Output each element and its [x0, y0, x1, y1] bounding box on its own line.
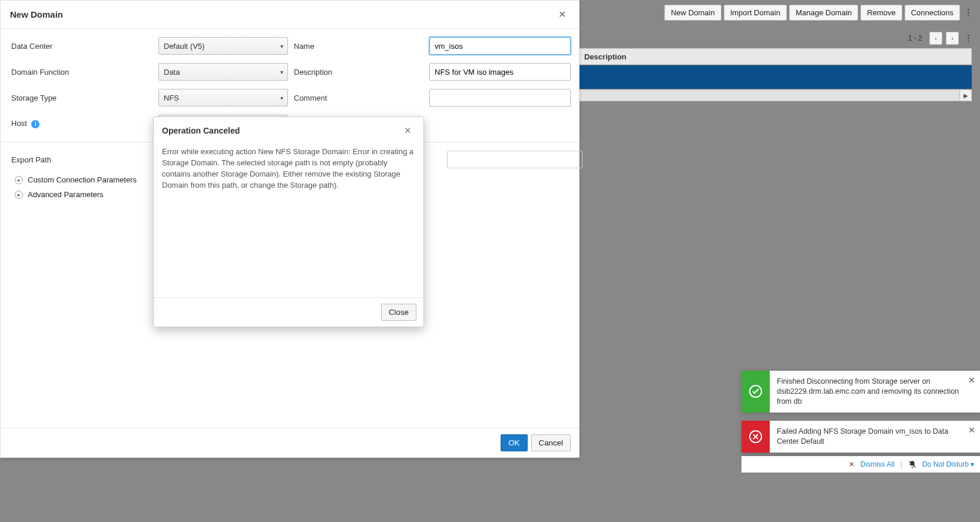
error-dialog-close-button[interactable]: Close: [381, 304, 416, 321]
data-center-value: Default (V5): [164, 42, 204, 51]
error-dialog-header: Operation Canceled ✕: [154, 117, 423, 144]
import-domain-button[interactable]: Import Domain: [724, 5, 787, 21]
toast-success-message: Finished Disconnecting from Storage serv…: [770, 371, 980, 413]
ok-button[interactable]: OK: [501, 434, 527, 451]
toast-error: Failed Adding NFS Storage Domain vm_isos…: [741, 421, 980, 453]
new-domain-button[interactable]: New Domain: [664, 5, 721, 21]
label-description: Description: [294, 68, 423, 77]
toolbar-overflow-menu[interactable]: [965, 9, 972, 16]
toast-action-bar: ✕ Dismiss All | Do Not Disturb ▾: [741, 456, 980, 473]
pager-overflow-menu[interactable]: [965, 35, 972, 42]
success-icon: [741, 371, 770, 413]
label-data-center: Data Center: [11, 42, 153, 51]
dialog-title: New Domain: [10, 9, 63, 19]
info-icon[interactable]: i: [31, 120, 39, 128]
dismiss-all-close-icon[interactable]: ✕: [849, 460, 855, 468]
grid-header: Description: [579, 48, 972, 65]
dialog-header: New Domain ✕: [1, 1, 579, 29]
connections-button[interactable]: Connections: [905, 5, 960, 21]
toast-error-message: Failed Adding NFS Storage Domain vm_isos…: [770, 421, 980, 453]
dialog-close-button[interactable]: ✕: [555, 8, 570, 21]
export-path-input[interactable]: [447, 151, 582, 168]
expand-right-icon: ▸: [15, 176, 23, 184]
domain-function-select[interactable]: Data ▾: [158, 63, 288, 81]
separator: |: [900, 460, 902, 468]
bell-off-icon: [908, 460, 916, 468]
toast-success: Finished Disconnecting from Storage serv…: [741, 371, 980, 413]
grid-horizontal-scrollbar[interactable]: ▶: [579, 89, 972, 101]
toast-close-button[interactable]: ✕: [968, 425, 975, 435]
manage-domain-button[interactable]: Manage Domain: [789, 5, 858, 21]
chevron-down-icon: ▾: [280, 43, 283, 49]
error-dialog-message: Error while executing action New NFS Sto…: [154, 144, 423, 297]
pager-range: 1 - 2: [908, 34, 922, 42]
label-domain-function: Domain Function: [11, 68, 153, 77]
custom-connection-label: Custom Connection Parameters: [28, 175, 137, 184]
cancel-button[interactable]: Cancel: [531, 434, 571, 451]
operation-canceled-dialog: Operation Canceled ✕ Error while executi…: [153, 117, 424, 327]
error-icon: [741, 421, 770, 453]
chevron-down-icon: ▾: [280, 95, 283, 101]
grid-column-description[interactable]: Description: [580, 52, 631, 61]
error-dialog-footer: Close: [154, 297, 423, 327]
label-export-path: Export Path: [11, 155, 153, 164]
scroll-right-icon[interactable]: ▶: [959, 90, 971, 101]
storage-type-value: NFS: [164, 94, 179, 102]
page-toolbar: New Domain Import Domain Manage Domain R…: [612, 5, 972, 21]
domain-function-value: Data: [164, 68, 180, 77]
error-dialog-title: Operation Canceled: [162, 126, 240, 135]
label-host-text: Host: [11, 119, 27, 128]
do-not-disturb-link[interactable]: Do Not Disturb ▾: [922, 460, 974, 468]
label-name: Name: [294, 42, 423, 51]
label-storage-type: Storage Type: [11, 94, 153, 102]
label-comment: Comment: [294, 94, 423, 102]
comment-input[interactable]: [429, 89, 571, 107]
data-center-select[interactable]: Default (V5) ▾: [158, 37, 288, 55]
error-dialog-close-icon[interactable]: ✕: [400, 124, 415, 137]
dialog-footer: OK Cancel: [1, 428, 579, 457]
name-input[interactable]: [429, 37, 571, 55]
description-input[interactable]: [429, 63, 571, 81]
toast-close-button[interactable]: ✕: [968, 375, 975, 385]
chevron-down-icon: ▾: [280, 69, 283, 75]
label-host: Host i: [11, 119, 153, 128]
expand-right-icon: ▸: [15, 191, 23, 199]
dismiss-all-link[interactable]: Dismiss All: [860, 460, 895, 468]
storage-type-select[interactable]: NFS ▾: [158, 89, 288, 107]
chevron-down-icon: ▾: [971, 460, 974, 468]
pager-prev-button[interactable]: ‹: [929, 32, 942, 45]
remove-button[interactable]: Remove: [860, 5, 902, 21]
advanced-params-label: Advanced Parameters: [28, 190, 104, 199]
grid-row-selected[interactable]: [579, 65, 972, 89]
pager-next-button[interactable]: ›: [946, 32, 959, 45]
pager: 1 - 2 ‹ ›: [908, 32, 972, 45]
